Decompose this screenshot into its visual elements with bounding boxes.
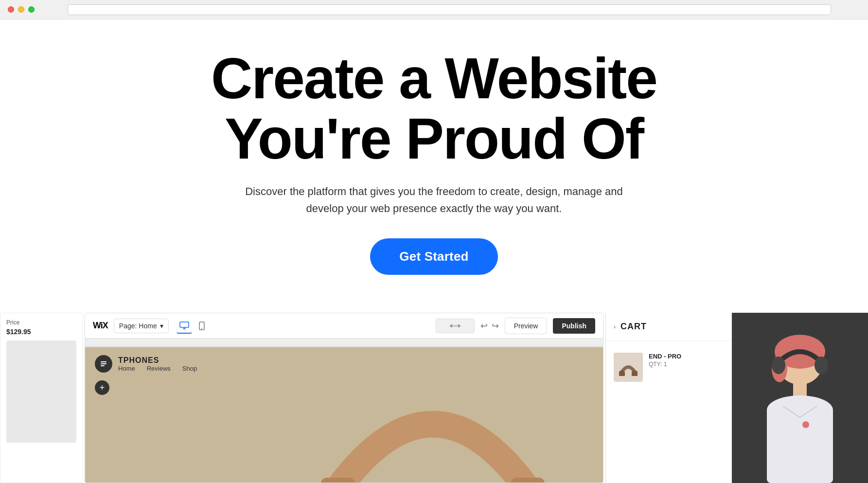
- product-image: [6, 340, 76, 443]
- preview-button[interactable]: Preview: [505, 318, 548, 334]
- hero-section: Create a Website You're Proud Of Discove…: [0, 19, 868, 294]
- minimize-button[interactable]: [18, 6, 24, 13]
- redo-button[interactable]: ↪: [492, 321, 499, 331]
- right-person-panel: [732, 313, 868, 483]
- svg-rect-11: [101, 365, 105, 366]
- canvas-brand-info: TPHONES Home Reviews Shop: [118, 356, 197, 372]
- cart-item-name: END - PRO: [649, 353, 724, 360]
- svg-marker-6: [449, 324, 452, 328]
- hero-title: Create a Website You're Proud Of: [211, 49, 657, 169]
- svg-rect-0: [180, 322, 189, 327]
- svg-rect-15: [632, 371, 638, 376]
- canvas-brand-name: TPHONES: [118, 356, 197, 365]
- svg-rect-9: [101, 361, 106, 362]
- publish-button[interactable]: Publish: [553, 318, 595, 334]
- page-selector[interactable]: Page: Home ▾: [114, 319, 169, 333]
- cart-item-details: END - PRO QTY: 1: [649, 353, 724, 368]
- svg-point-25: [802, 421, 809, 428]
- canvas-ruler: [85, 339, 603, 347]
- desktop-view-button[interactable]: [177, 318, 192, 334]
- person-photo: [732, 313, 868, 483]
- svg-point-23: [772, 357, 785, 374]
- cart-header: › CART: [606, 313, 732, 341]
- svg-rect-20: [793, 382, 807, 396]
- nav-reviews[interactable]: Reviews: [147, 365, 171, 372]
- wix-logo: WiX: [93, 321, 108, 331]
- window-chrome: [0, 0, 868, 19]
- hero-subtitle: Discover the platform that gives you the…: [245, 183, 624, 217]
- svg-rect-14: [619, 371, 625, 376]
- cart-panel: › CART END - PRO QTY: 1: [605, 313, 732, 483]
- cart-items-list: END - PRO QTY: 1: [606, 341, 732, 394]
- canvas-inner: TPHONES Home Reviews Shop +: [85, 347, 603, 483]
- get-started-button[interactable]: Get Started: [370, 238, 497, 275]
- svg-rect-22: [767, 408, 833, 483]
- undo-button[interactable]: ↩: [480, 321, 488, 331]
- svg-rect-10: [101, 363, 106, 364]
- fullscreen-button[interactable]: [28, 6, 35, 13]
- editor-toolbar: WiX Page: Home ▾: [85, 313, 603, 339]
- close-button[interactable]: [8, 6, 14, 13]
- canvas-nav: Home Reviews Shop: [118, 365, 197, 372]
- cart-chevron-icon[interactable]: ›: [614, 323, 616, 330]
- cart-item-image: [614, 353, 643, 382]
- page-chevron-icon: ▾: [160, 322, 163, 330]
- mobile-view-button[interactable]: [194, 318, 210, 334]
- svg-rect-5: [451, 325, 459, 327]
- svg-point-4: [201, 328, 202, 329]
- device-icons: [177, 318, 210, 334]
- cart-item-qty: QTY: 1: [649, 361, 724, 368]
- editor-preview: Price $129.95 WiX Page: Home ▾: [0, 313, 868, 483]
- price-panel: Price $129.95: [0, 313, 83, 483]
- undo-redo-controls: ↩ ↪: [480, 321, 499, 331]
- price-label: Price: [6, 319, 76, 326]
- nav-home[interactable]: Home: [118, 365, 135, 372]
- toolbar-center-control[interactable]: [436, 319, 475, 333]
- address-bar[interactable]: [68, 4, 831, 15]
- svg-rect-13: [511, 478, 545, 483]
- canvas-brand-icon: [95, 355, 112, 373]
- canvas-add-element-button[interactable]: +: [95, 380, 109, 395]
- page-selector-label: Page: Home: [119, 322, 157, 330]
- wix-editor: WiX Page: Home ▾: [85, 313, 603, 483]
- price-value: $129.95: [6, 328, 76, 336]
- editor-canvas: TPHONES Home Reviews Shop +: [85, 339, 603, 483]
- svg-marker-7: [458, 324, 461, 328]
- svg-point-24: [815, 357, 828, 374]
- nav-shop[interactable]: Shop: [182, 365, 197, 372]
- cart-title: CART: [620, 322, 647, 332]
- svg-rect-12: [321, 478, 355, 483]
- cart-item: END - PRO QTY: 1: [614, 349, 724, 386]
